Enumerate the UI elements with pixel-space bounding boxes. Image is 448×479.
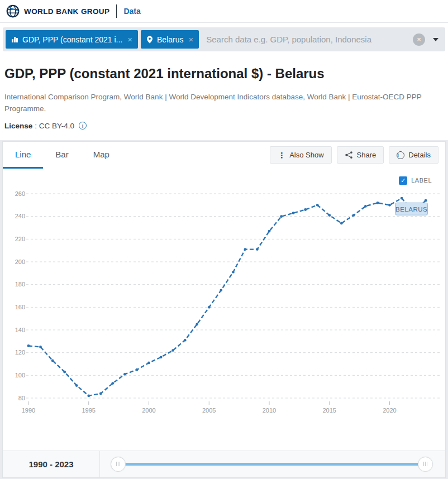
svg-text:100: 100 bbox=[15, 372, 25, 379]
chart-toolbar: ⋮ Also Show Share i Details bbox=[270, 146, 445, 164]
svg-text:80: 80 bbox=[18, 395, 25, 401]
range-slider[interactable] bbox=[100, 451, 445, 477]
license-info-icon[interactable]: i bbox=[79, 122, 87, 130]
location-pin-icon bbox=[146, 36, 153, 44]
svg-text:260: 260 bbox=[15, 190, 25, 197]
license-label: License bbox=[4, 122, 32, 130]
also-show-label: Also Show bbox=[289, 151, 323, 159]
share-label: Share bbox=[357, 151, 376, 159]
country-chip[interactable]: Belarus × bbox=[141, 30, 199, 49]
svg-text:200: 200 bbox=[15, 258, 25, 265]
source-text: International Comparison Program, World … bbox=[4, 92, 435, 115]
search-input[interactable] bbox=[202, 35, 413, 44]
indicator-chip-label: GDP, PPP (constant 2021 i... bbox=[22, 35, 122, 44]
page-title: GDP, PPP (constant 2021 international $)… bbox=[4, 66, 442, 82]
content-area: Line Bar Map ⋮ Also Show Share i Details bbox=[0, 140, 448, 479]
details-label: Details bbox=[408, 151, 431, 159]
chart-card: Line Bar Map ⋮ Also Show Share i Details bbox=[2, 141, 446, 478]
top-header: WORLD BANK GROUP Data bbox=[0, 0, 448, 23]
brand-name: WORLD BANK GROUP bbox=[24, 7, 109, 16]
label-checkbox[interactable]: ✓ bbox=[399, 176, 407, 185]
time-range-footer: 1990 - 2023 bbox=[3, 451, 445, 477]
indicator-chip[interactable]: GDP, PPP (constant 2021 i... × bbox=[6, 30, 138, 49]
svg-text:1995: 1995 bbox=[82, 407, 96, 414]
svg-text:140: 140 bbox=[15, 327, 25, 333]
info-circle-icon: i bbox=[397, 151, 404, 159]
svg-text:120: 120 bbox=[15, 349, 25, 356]
tab-line[interactable]: Line bbox=[3, 142, 43, 169]
details-button[interactable]: i Details bbox=[389, 146, 439, 164]
brand-divider bbox=[116, 4, 117, 18]
svg-text:BELARUS: BELARUS bbox=[395, 206, 427, 213]
slider-handle-end[interactable] bbox=[418, 457, 433, 472]
range-readout: 1990 - 2023 bbox=[3, 451, 100, 477]
label-toggle-row: ✓ LABEL bbox=[3, 169, 445, 186]
title-section: GDP, PPP (constant 2021 international $)… bbox=[0, 57, 448, 140]
svg-text:2000: 2000 bbox=[142, 407, 155, 414]
series-label-box: BELARUS bbox=[395, 203, 428, 215]
search-bar[interactable]: GDP, PPP (constant 2021 i... × Belarus ×… bbox=[3, 27, 445, 51]
globe-icon bbox=[6, 4, 20, 18]
vertical-dots-icon: ⋮ bbox=[278, 151, 285, 160]
svg-text:2010: 2010 bbox=[263, 407, 276, 414]
svg-text:2020: 2020 bbox=[383, 407, 396, 414]
dropdown-caret-icon[interactable] bbox=[433, 38, 439, 41]
slider-track[interactable] bbox=[118, 463, 426, 466]
nav-data-link[interactable]: Data bbox=[123, 7, 140, 16]
license-line: License : CC BY-4.0 i bbox=[4, 122, 442, 130]
also-show-button[interactable]: ⋮ Also Show bbox=[270, 146, 331, 164]
svg-text:220: 220 bbox=[15, 236, 25, 242]
clear-search-icon[interactable]: × bbox=[413, 33, 425, 46]
tab-bar[interactable]: Bar bbox=[43, 142, 80, 169]
indicator-chip-close-icon[interactable]: × bbox=[127, 35, 132, 44]
license-value: : CC BY-4.0 bbox=[35, 122, 74, 130]
svg-text:180: 180 bbox=[15, 281, 25, 288]
share-icon bbox=[345, 151, 353, 159]
svg-text:240: 240 bbox=[15, 213, 25, 219]
svg-text:2005: 2005 bbox=[202, 407, 216, 414]
search-section: GDP, PPP (constant 2021 i... × Belarus ×… bbox=[0, 23, 448, 57]
label-checkbox-text: LABEL bbox=[411, 177, 432, 184]
country-chip-close-icon[interactable]: × bbox=[189, 35, 194, 44]
slider-handle-start[interactable] bbox=[111, 457, 126, 472]
svg-text:1990: 1990 bbox=[22, 407, 35, 414]
tab-map[interactable]: Map bbox=[81, 142, 122, 169]
chart-tabs-row: Line Bar Map ⋮ Also Show Share i Details bbox=[3, 142, 445, 169]
bar-chart-icon bbox=[11, 36, 18, 43]
line-chart[interactable]: 8010012014016018020022024026019901995200… bbox=[3, 186, 444, 421]
svg-text:2015: 2015 bbox=[323, 407, 336, 414]
share-button[interactable]: Share bbox=[337, 146, 384, 164]
svg-text:160: 160 bbox=[15, 304, 25, 310]
world-bank-logo[interactable]: WORLD BANK GROUP bbox=[6, 4, 109, 18]
country-chip-label: Belarus bbox=[157, 35, 183, 44]
